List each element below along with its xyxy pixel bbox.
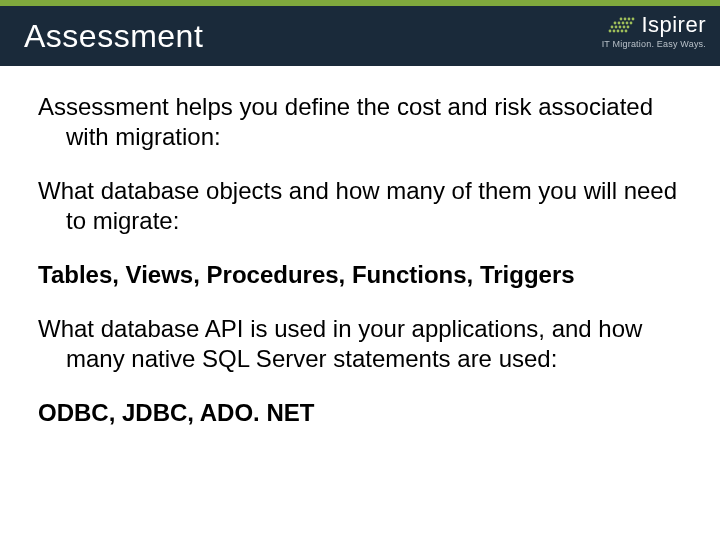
svg-point-11	[618, 22, 621, 25]
logo-text: Ispirer	[641, 12, 706, 38]
logo-tagline: IT Migration. Easy Ways.	[602, 39, 706, 49]
svg-point-8	[623, 26, 626, 29]
svg-point-5	[611, 26, 614, 29]
svg-point-0	[609, 30, 612, 33]
svg-point-18	[632, 18, 635, 21]
svg-point-10	[614, 22, 617, 25]
slide-title: Assessment	[0, 18, 203, 55]
svg-point-16	[624, 18, 627, 21]
brand-logo: Ispirer IT Migration. Easy Ways.	[602, 12, 706, 49]
svg-point-1	[613, 30, 616, 33]
svg-point-13	[626, 22, 629, 25]
logo-dots-icon	[607, 15, 635, 35]
svg-point-4	[625, 30, 628, 33]
body-paragraph: Assessment helps you define the cost and…	[38, 92, 682, 152]
svg-point-15	[620, 18, 623, 21]
svg-point-9	[627, 26, 630, 29]
slide-body: Assessment helps you define the cost and…	[0, 66, 720, 428]
svg-point-14	[630, 22, 633, 25]
svg-point-7	[619, 26, 622, 29]
body-paragraph: What database objects and how many of th…	[38, 176, 682, 236]
svg-point-2	[617, 30, 620, 33]
header-bar: Assessment Ispirer IT Migration. Easy Wa…	[0, 6, 720, 66]
svg-point-12	[622, 22, 625, 25]
svg-point-6	[615, 26, 618, 29]
body-paragraph-bold: ODBC, JDBC, ADO. NET	[38, 398, 682, 428]
svg-point-17	[628, 18, 631, 21]
body-paragraph-bold: Tables, Views, Procedures, Functions, Tr…	[38, 260, 682, 290]
body-paragraph: What database API is used in your applic…	[38, 314, 682, 374]
svg-point-3	[621, 30, 624, 33]
